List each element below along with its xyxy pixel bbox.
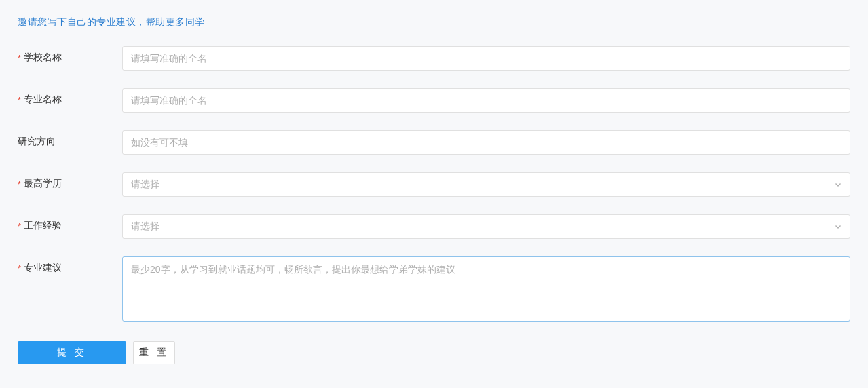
experience-placeholder: 请选择 [131, 220, 159, 233]
required-mark: * [18, 54, 21, 62]
suggestion-row: * 专业建议 [18, 256, 850, 324]
school-row: * 学校名称 [18, 46, 850, 71]
research-input[interactable] [122, 130, 850, 155]
form-container: 邀请您写下自己的专业建议，帮助更多同学 * 学校名称 * 专业名称 研究方向 *… [0, 0, 868, 381]
major-label: 专业名称 [24, 94, 62, 106]
required-mark: * [18, 264, 21, 273]
submit-button[interactable]: 提 交 [18, 341, 126, 364]
education-label-wrap: * 最高学历 [18, 172, 122, 190]
reset-button[interactable]: 重 置 [133, 341, 175, 364]
suggestion-label-wrap: * 专业建议 [18, 256, 122, 274]
form-header: 邀请您写下自己的专业建议，帮助更多同学 [18, 16, 850, 28]
required-mark: * [18, 180, 21, 189]
research-row: 研究方向 [18, 130, 850, 155]
education-control: 请选择 [122, 172, 850, 197]
experience-label-wrap: * 工作经验 [18, 214, 122, 232]
major-input[interactable] [122, 88, 850, 113]
button-row: 提 交 重 置 [18, 341, 850, 364]
school-input[interactable] [122, 46, 850, 71]
education-select-wrapper: 请选择 [122, 172, 850, 197]
experience-select-wrapper: 请选择 [122, 214, 850, 239]
experience-control: 请选择 [122, 214, 850, 239]
suggestion-label: 专业建议 [24, 262, 62, 274]
school-label-wrap: * 学校名称 [18, 46, 122, 64]
research-control [122, 130, 850, 155]
research-label: 研究方向 [18, 136, 56, 148]
required-mark: * [18, 222, 21, 231]
major-label-wrap: * 专业名称 [18, 88, 122, 106]
research-label-wrap: 研究方向 [18, 130, 122, 148]
education-select[interactable]: 请选择 [122, 172, 850, 197]
experience-label: 工作经验 [24, 220, 62, 232]
required-mark: * [18, 96, 21, 104]
experience-select[interactable]: 请选择 [122, 214, 850, 239]
suggestion-textarea[interactable] [122, 256, 850, 322]
school-label: 学校名称 [24, 52, 62, 64]
major-row: * 专业名称 [18, 88, 850, 113]
suggestion-control [122, 256, 850, 324]
school-control [122, 46, 850, 71]
education-label: 最高学历 [24, 178, 62, 190]
experience-row: * 工作经验 请选择 [18, 214, 850, 239]
major-control [122, 88, 850, 113]
education-row: * 最高学历 请选择 [18, 172, 850, 197]
education-placeholder: 请选择 [131, 178, 159, 191]
